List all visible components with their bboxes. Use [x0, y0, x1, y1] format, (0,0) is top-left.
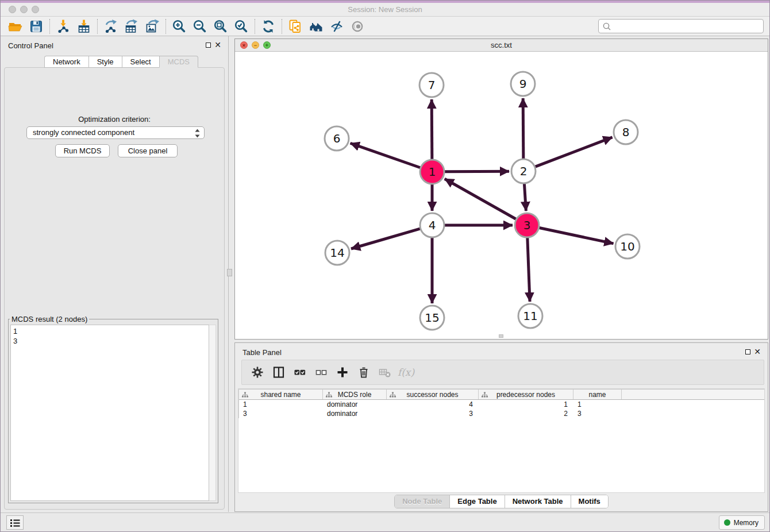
tab-network[interactable]: Network: [44, 56, 88, 68]
cell-MCDS-role[interactable]: dominator: [323, 409, 387, 418]
apply-layout-button[interactable]: [258, 17, 279, 36]
cell-MCDS-role[interactable]: dominator: [323, 400, 387, 409]
network-canvas[interactable]: 1234678910111415: [235, 52, 768, 339]
tab-style[interactable]: Style: [88, 56, 122, 68]
open-folder-icon: [8, 19, 23, 34]
open-session-button[interactable]: [5, 17, 26, 36]
mcds-result-text[interactable]: 1 3: [10, 325, 209, 501]
delete-table-button[interactable]: [374, 361, 395, 383]
cell-shared-name[interactable]: 1: [239, 400, 323, 409]
new-network-file-button[interactable]: [285, 17, 306, 36]
column-header-name[interactable]: name: [573, 390, 622, 399]
cell-name[interactable]: 3: [573, 409, 622, 418]
titlebar[interactable]: Session: New Session: [1, 3, 769, 17]
gear-icon: [251, 366, 264, 379]
graph-node-15[interactable]: 15: [420, 306, 444, 330]
close-panel-icon[interactable]: ✕: [214, 40, 221, 49]
graph-node-1[interactable]: 1: [420, 160, 444, 184]
show-all-button[interactable]: [347, 17, 368, 36]
mcds-panel-body: Optimization criterion: strongly connect…: [4, 67, 225, 510]
column-chooser-button[interactable]: [268, 361, 289, 383]
tab-edge-table[interactable]: Edge Table: [450, 495, 505, 508]
run-mcds-button[interactable]: Run MCDS: [55, 144, 110, 157]
memory-button[interactable]: Memory: [719, 515, 765, 530]
export-network-button[interactable]: [101, 17, 121, 36]
graph-edge-4-14[interactable]: [351, 229, 420, 249]
graph-edge-2-8[interactable]: [536, 137, 613, 167]
criterion-select[interactable]: strongly connected component: [26, 126, 205, 139]
cell-predecessor-nodes[interactable]: 1: [479, 400, 573, 409]
column-header-shared-name[interactable]: shared name: [239, 390, 323, 399]
float-panel-icon[interactable]: [206, 43, 211, 48]
tab-motifs[interactable]: Motifs: [571, 495, 608, 508]
close-panel-button[interactable]: Close panel: [118, 144, 178, 157]
zoom-in-button[interactable]: [169, 17, 190, 36]
graph-node-9[interactable]: 9: [511, 72, 535, 96]
zoom-out-button[interactable]: [190, 17, 210, 36]
import-table-icon: [76, 19, 91, 34]
network-window-titlebar[interactable]: × − + scc.txt: [235, 39, 768, 52]
cell-name[interactable]: 1: [573, 400, 622, 409]
tab-mcds[interactable]: MCDS: [159, 56, 198, 68]
table-toolbar: f(x): [241, 360, 764, 385]
select-all-columns-button[interactable]: [289, 361, 310, 383]
tab-select[interactable]: Select: [122, 56, 159, 68]
toolbar-separator: [255, 19, 255, 34]
export-image-button[interactable]: [142, 17, 163, 36]
result-scrollbar[interactable]: [209, 325, 216, 501]
zoom-selected-button[interactable]: [231, 17, 252, 36]
graph-node-6[interactable]: 6: [325, 126, 349, 151]
graph-node-7[interactable]: 7: [419, 73, 444, 97]
network-resize-handle[interactable]: [499, 334, 503, 338]
graph-edge-3-10[interactable]: [540, 228, 614, 244]
graph-node-4[interactable]: 4: [420, 213, 444, 237]
save-session-button[interactable]: [26, 17, 47, 36]
graph-edge-1-7[interactable]: [432, 99, 432, 159]
houses-icon: [309, 19, 324, 34]
graph-node-8[interactable]: 8: [614, 120, 638, 144]
cell-successor-nodes[interactable]: 4: [387, 400, 479, 409]
table-row[interactable]: 3dominator323: [239, 409, 764, 418]
import-table-button[interactable]: [74, 17, 94, 36]
export-table-button[interactable]: [121, 17, 142, 36]
node-table[interactable]: shared nameMCDS rolesuccessor nodesprede…: [238, 388, 765, 493]
cell-shared-name[interactable]: 3: [239, 409, 323, 418]
table-settings-button[interactable]: [247, 361, 268, 383]
column-header-MCDS-role[interactable]: MCDS role: [323, 390, 387, 399]
float-table-panel-icon[interactable]: [745, 349, 750, 354]
home-button[interactable]: [306, 17, 326, 36]
import-network-button[interactable]: [53, 17, 74, 36]
close-table-panel-icon[interactable]: ✕: [754, 347, 761, 356]
graph-edge-1-6[interactable]: [351, 143, 421, 167]
graph-edge-3-11[interactable]: [528, 238, 530, 302]
table-row[interactable]: 1dominator411: [239, 400, 764, 409]
graph-edge-2-9[interactable]: [523, 98, 523, 159]
graph-node-14[interactable]: 14: [325, 241, 349, 265]
search-input[interactable]: [612, 20, 763, 32]
hide-selected-button[interactable]: [326, 17, 347, 36]
network-graph: 1234678910111415: [235, 52, 768, 339]
function-builder-button[interactable]: f(x): [395, 361, 417, 383]
graph-edge-3-1[interactable]: [445, 179, 516, 219]
fx-icon: f(x): [398, 367, 414, 378]
network-file-icon: [288, 19, 303, 34]
column-header-predecessor-nodes[interactable]: predecessor nodes: [479, 390, 573, 399]
column-header-successor-nodes[interactable]: successor nodes: [387, 390, 479, 399]
panel-splitter-handle[interactable]: [227, 269, 232, 276]
tab-network-table[interactable]: Network Table: [505, 495, 571, 508]
graph-edge-2-3[interactable]: [524, 184, 526, 211]
graph-edge-1-2[interactable]: [445, 171, 509, 172]
graph-node-3[interactable]: 3: [515, 213, 539, 237]
graph-node-11[interactable]: 11: [518, 304, 542, 328]
task-history-button[interactable]: [6, 515, 24, 530]
cell-predecessor-nodes[interactable]: 2: [479, 409, 573, 418]
zoom-fit-button[interactable]: [210, 17, 231, 36]
tab-node-table[interactable]: Node Table: [395, 495, 450, 508]
graph-node-10[interactable]: 10: [615, 234, 640, 259]
graph-node-2[interactable]: 2: [511, 159, 536, 183]
delete-column-button[interactable]: [353, 361, 374, 383]
add-column-button[interactable]: [332, 361, 353, 383]
cell-successor-nodes[interactable]: 3: [387, 409, 479, 418]
deselect-all-columns-button[interactable]: [310, 361, 332, 383]
search-box[interactable]: [598, 19, 764, 33]
